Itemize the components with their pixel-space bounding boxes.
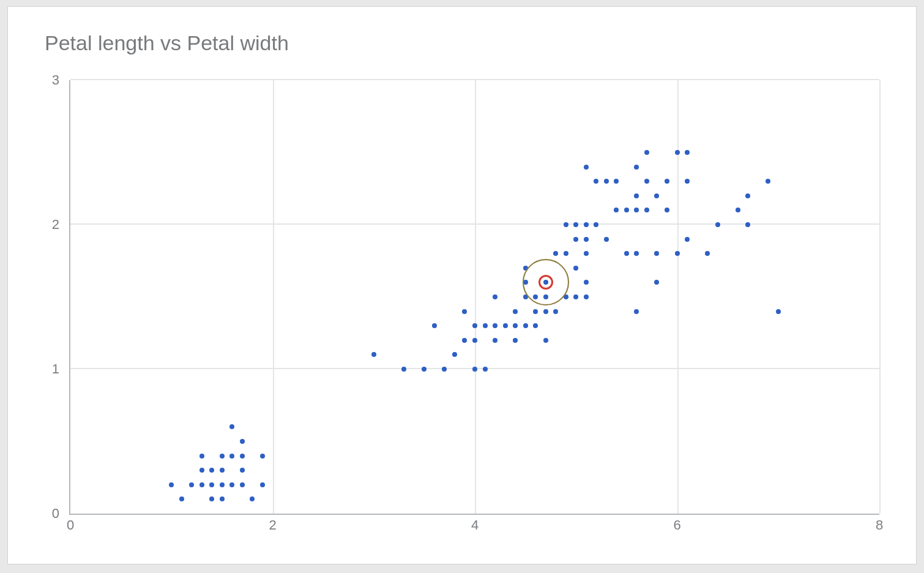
data-point[interactable] (573, 266, 578, 271)
data-point[interactable] (483, 323, 488, 328)
data-point[interactable] (240, 439, 245, 444)
data-point[interactable] (553, 251, 558, 256)
data-point[interactable] (229, 482, 234, 487)
data-point[interactable] (432, 323, 437, 328)
data-point[interactable] (220, 482, 225, 487)
x-tick-label: 8 (876, 517, 883, 533)
data-point[interactable] (401, 367, 406, 372)
data-point[interactable] (594, 222, 598, 227)
x-gridline (273, 80, 274, 514)
data-point[interactable] (584, 294, 589, 299)
data-point[interactable] (675, 251, 680, 256)
data-point[interactable] (573, 237, 578, 242)
data-point[interactable] (685, 150, 690, 155)
plot-area[interactable]: 024680123 (69, 80, 879, 515)
data-point[interactable] (220, 454, 225, 459)
data-point[interactable] (189, 482, 194, 487)
data-point[interactable] (199, 468, 204, 473)
data-point[interactable] (584, 237, 589, 242)
data-point[interactable] (624, 251, 629, 256)
data-point[interactable] (260, 482, 265, 487)
data-point[interactable] (483, 367, 488, 372)
data-point[interactable] (240, 482, 245, 487)
data-point[interactable] (624, 208, 629, 212)
data-point[interactable] (472, 367, 477, 372)
data-point[interactable] (209, 468, 214, 473)
data-point[interactable] (229, 424, 234, 429)
data-point[interactable] (594, 179, 598, 184)
data-point[interactable] (564, 222, 568, 227)
data-point[interactable] (523, 323, 528, 328)
data-point[interactable] (634, 208, 639, 212)
data-point[interactable] (564, 251, 568, 256)
data-point[interactable] (584, 251, 589, 256)
data-point[interactable] (513, 323, 518, 328)
data-point[interactable] (503, 323, 508, 328)
data-point[interactable] (240, 468, 245, 473)
data-point[interactable] (422, 367, 427, 372)
data-point[interactable] (543, 338, 548, 343)
data-point[interactable] (745, 193, 750, 198)
data-point[interactable] (665, 208, 669, 212)
data-point[interactable] (240, 454, 245, 459)
data-point[interactable] (685, 237, 690, 242)
data-point[interactable] (371, 352, 376, 357)
data-point[interactable] (584, 280, 589, 285)
data-point[interactable] (260, 454, 265, 459)
data-point[interactable] (179, 496, 184, 501)
data-point[interactable] (675, 150, 680, 155)
data-point[interactable] (472, 323, 477, 328)
data-point[interactable] (654, 280, 659, 285)
data-point[interactable] (209, 482, 214, 487)
data-point[interactable] (634, 193, 639, 198)
data-point[interactable] (654, 193, 659, 198)
data-point[interactable] (644, 208, 649, 212)
data-point[interactable] (513, 338, 518, 343)
data-point[interactable] (736, 208, 740, 212)
data-point[interactable] (634, 309, 639, 314)
data-point[interactable] (493, 338, 497, 343)
data-point[interactable] (776, 309, 781, 314)
data-point[interactable] (584, 165, 589, 170)
data-point[interactable] (462, 338, 467, 343)
data-point[interactable] (513, 309, 518, 314)
data-point[interactable] (573, 222, 578, 227)
data-point[interactable] (169, 482, 174, 487)
data-point[interactable] (543, 309, 548, 314)
data-point[interactable] (665, 179, 669, 184)
data-point[interactable] (209, 496, 214, 501)
data-point[interactable] (644, 179, 649, 184)
y-tick-label: 3 (52, 72, 59, 88)
data-point[interactable] (604, 179, 609, 184)
data-point[interactable] (573, 294, 578, 299)
data-point[interactable] (462, 309, 467, 314)
data-point[interactable] (199, 482, 204, 487)
data-point[interactable] (220, 468, 225, 473)
data-point[interactable] (715, 222, 720, 227)
data-point[interactable] (229, 454, 234, 459)
data-point[interactable] (705, 251, 710, 256)
data-point[interactable] (250, 496, 255, 501)
data-point[interactable] (199, 454, 204, 459)
data-point[interactable] (452, 352, 457, 357)
data-point[interactable] (634, 251, 639, 256)
data-point[interactable] (533, 309, 538, 314)
y-tick-label: 1 (52, 361, 59, 377)
data-point[interactable] (685, 179, 690, 184)
data-point[interactable] (766, 179, 770, 184)
data-point[interactable] (220, 496, 225, 501)
data-point[interactable] (654, 251, 659, 256)
data-point[interactable] (533, 323, 538, 328)
data-point[interactable] (442, 367, 447, 372)
data-point[interactable] (604, 237, 609, 242)
data-point[interactable] (644, 150, 649, 155)
data-point[interactable] (614, 208, 619, 212)
data-point[interactable] (493, 294, 497, 299)
data-point[interactable] (745, 222, 750, 227)
data-point[interactable] (634, 165, 639, 170)
data-point[interactable] (493, 323, 497, 328)
data-point[interactable] (472, 338, 477, 343)
data-point[interactable] (614, 179, 619, 184)
data-point[interactable] (553, 309, 558, 314)
data-point[interactable] (584, 222, 589, 227)
